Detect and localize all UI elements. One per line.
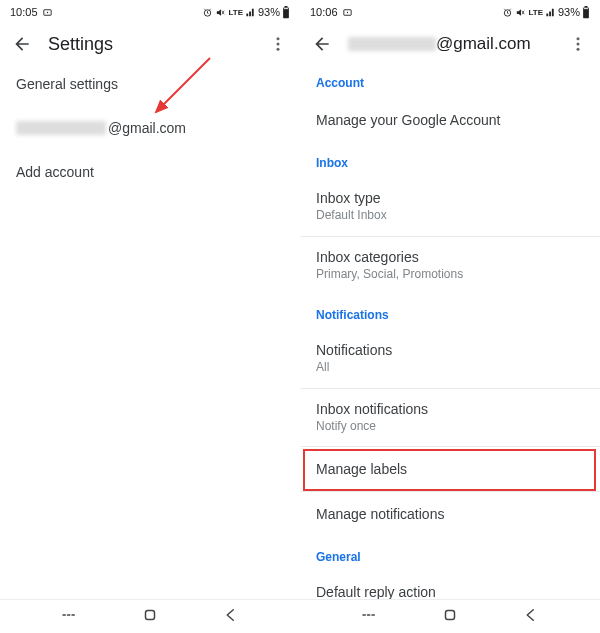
row-add-account[interactable]: Add account xyxy=(0,150,300,194)
row-manage-labels[interactable]: Manage labels xyxy=(300,447,600,491)
redacted-username: xxxxxxxxxx xyxy=(16,121,106,135)
battery-text: 93% xyxy=(258,6,280,18)
appbar: xxxxxxxxxx @gmail.com xyxy=(300,22,600,62)
row-label: Default reply action xyxy=(316,584,584,599)
row-notifications[interactable]: Notifications All xyxy=(300,330,600,388)
row-inbox-notifications[interactable]: Inbox notifications Notify once xyxy=(300,389,600,447)
lte-icon: LTE xyxy=(528,8,543,17)
statusbar: 10:05 LTE 93% xyxy=(0,0,300,22)
svg-point-8 xyxy=(277,48,280,51)
section-header-notifications: Notifications xyxy=(300,294,600,330)
recents-icon[interactable] xyxy=(60,606,78,628)
row-label: Inbox notifications xyxy=(316,401,584,417)
row-label: Inbox categories xyxy=(316,249,584,265)
phone-right: 10:06 LTE 93% xyxy=(300,0,600,633)
home-icon[interactable] xyxy=(141,606,159,628)
row-manage-google-account[interactable]: Manage your Google Account xyxy=(300,98,600,142)
signal-icon xyxy=(245,7,256,18)
back-icon[interactable] xyxy=(522,606,540,628)
section-header-general: General xyxy=(300,536,600,572)
svg-rect-15 xyxy=(585,6,588,7)
row-value: Default Inbox xyxy=(316,208,584,224)
row-label: Add account xyxy=(16,164,284,180)
status-time: 10:05 xyxy=(10,6,38,18)
row-inbox-categories[interactable]: Inbox categories Primary, Social, Promot… xyxy=(300,237,600,295)
svg-point-17 xyxy=(577,37,580,40)
svg-rect-20 xyxy=(445,610,454,619)
svg-point-7 xyxy=(277,43,280,46)
battery-icon xyxy=(282,6,290,19)
home-icon[interactable] xyxy=(441,606,459,628)
email-suffix: @gmail.com xyxy=(108,120,186,136)
redacted-username: xxxxxxxxxx xyxy=(348,37,436,51)
row-default-reply-action[interactable]: Default reply action Reply xyxy=(300,572,600,599)
section-header-inbox: Inbox xyxy=(300,142,600,178)
row-manage-notifications[interactable]: Manage notifications xyxy=(300,492,600,536)
mute-icon xyxy=(215,7,226,18)
overflow-menu-icon[interactable] xyxy=(266,32,290,56)
page-title: Settings xyxy=(48,34,113,55)
row-inbox-type[interactable]: Inbox type Default Inbox xyxy=(300,178,600,236)
appbar: Settings xyxy=(0,22,300,62)
battery-icon xyxy=(582,6,590,19)
screenshot-icon xyxy=(42,7,53,18)
battery-text: 93% xyxy=(558,6,580,18)
page-title: @gmail.com xyxy=(436,34,531,54)
lte-icon: LTE xyxy=(228,8,243,17)
svg-point-1 xyxy=(46,11,47,12)
row-general-settings[interactable]: General settings xyxy=(0,62,300,106)
svg-point-6 xyxy=(277,37,280,40)
row-value: Notify once xyxy=(316,419,584,435)
system-navbar xyxy=(0,599,300,633)
statusbar: 10:06 LTE 93% xyxy=(300,0,600,22)
row-label: General settings xyxy=(16,76,284,92)
row-value: All xyxy=(316,360,584,376)
section-header-account: Account xyxy=(300,62,600,98)
back-icon[interactable] xyxy=(222,606,240,628)
row-label: Manage labels xyxy=(316,461,584,477)
svg-point-12 xyxy=(346,11,347,12)
row-value: Primary, Social, Promotions xyxy=(316,267,584,283)
back-arrow-icon[interactable] xyxy=(10,32,34,56)
alarm-icon xyxy=(202,7,213,18)
svg-rect-4 xyxy=(285,6,288,7)
signal-icon xyxy=(545,7,556,18)
system-navbar xyxy=(300,599,600,633)
svg-point-19 xyxy=(577,48,580,51)
screenshot-icon xyxy=(342,7,353,18)
svg-rect-16 xyxy=(584,8,588,9)
mute-icon xyxy=(515,7,526,18)
alarm-icon xyxy=(502,7,513,18)
row-account-email[interactable]: xxxxxxxxxx @gmail.com xyxy=(0,106,300,150)
overflow-menu-icon[interactable] xyxy=(566,32,590,56)
svg-rect-10 xyxy=(145,610,154,619)
row-label: Inbox type xyxy=(316,190,584,206)
phone-left: 10:05 LTE 93% xyxy=(0,0,300,633)
row-label: Notifications xyxy=(316,342,584,358)
row-label: Manage notifications xyxy=(316,506,584,522)
svg-rect-5 xyxy=(284,8,288,9)
recents-icon[interactable] xyxy=(360,606,378,628)
svg-point-18 xyxy=(577,43,580,46)
back-arrow-icon[interactable] xyxy=(310,32,334,56)
status-time: 10:06 xyxy=(310,6,338,18)
row-label: Manage your Google Account xyxy=(316,112,584,128)
